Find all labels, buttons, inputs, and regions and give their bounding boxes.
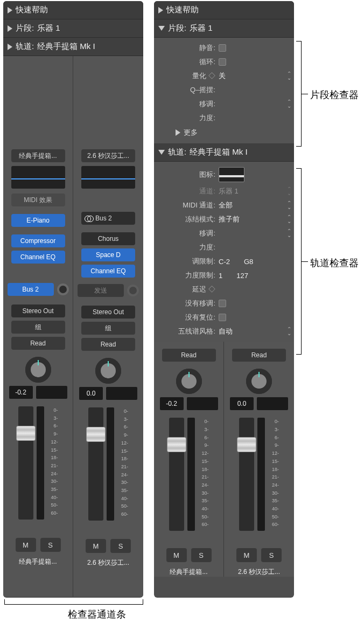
param-icon[interactable]: 图标: [154,165,294,184]
mute-button[interactable]: M [16,538,36,552]
no-reset-checkbox[interactable] [219,314,226,321]
piano-icon[interactable] [219,167,244,182]
region-header[interactable]: 片段: 乐器 1 [3,19,143,38]
stepper-icon[interactable] [287,229,291,238]
solo-button[interactable]: S [40,538,61,552]
bracket-icon [296,41,302,147]
param-qswing[interactable]: Q–摇摆: [154,83,294,97]
param-delay[interactable]: 延迟 ◇ [154,282,294,296]
automation-mode[interactable]: Read [11,337,65,350]
stepper-icon[interactable] [287,215,291,224]
track-name: 经典手提箱 Mk I [190,147,248,157]
db-scale: 0-3-6-9-12-15-18-21-24-30-35-40-50-60- [198,418,209,541]
loop-checkbox[interactable] [219,58,226,66]
instrument-slot[interactable]: E-Piano [11,214,65,227]
key-limit-high[interactable]: G8 [244,258,253,266]
region-prefix: 片段: [16,23,34,33]
input-slot[interactable]: Bus 2 [81,212,135,225]
send-knob[interactable] [57,283,69,295]
level-meter [187,418,195,531]
send-slot[interactable]: 发送 [78,284,124,297]
level-value[interactable]: -0.2 [9,386,33,399]
disclosure-right-icon [8,25,12,32]
stereo-icon [85,214,93,223]
group-slot[interactable]: 组 [81,322,135,335]
track-header[interactable]: 轨道: 经典手提箱 Mk I [3,38,143,56]
strip-title[interactable]: 经典手提箱... [11,149,65,162]
fader-area: 0-3-6-9-12-15-18-21-24-30-35-40-50-60- [239,418,279,541]
pan-knob[interactable] [25,357,51,383]
param-velocity[interactable]: 力度: [154,240,294,254]
disclosure-right-icon [8,44,12,50]
fx-slot[interactable]: Channel EQ [11,251,65,264]
fx-slot[interactable]: Space D [81,248,135,261]
pan-knob[interactable] [176,369,202,394]
volume-fader[interactable] [88,407,103,521]
fx-slot[interactable]: Chorus [81,232,135,245]
region-header[interactable]: 片段: 乐器 1 [154,19,294,38]
solo-button[interactable]: S [110,539,131,553]
automation-mode[interactable]: Read [81,338,135,351]
disclosure-down-icon [158,150,165,155]
peak-meter [257,397,288,410]
param-vel-limit[interactable]: 力度限制: 1 127 [154,268,294,282]
volume-fader[interactable] [18,406,33,520]
quick-help-header[interactable]: 快速帮助 [154,1,294,19]
mute-button[interactable]: M [86,539,106,553]
channel-strip: 经典手提箱... MIDI 效果 E-Piano Compressor Chan… [3,56,73,597]
automation-mode[interactable]: Read [232,349,286,362]
stepper-icon[interactable] [287,201,291,210]
no-transpose-checkbox[interactable] [219,300,226,307]
group-slot[interactable]: 组 [11,321,65,334]
param-transpose[interactable]: 移调: [154,226,294,240]
eq-thumbnail[interactable] [11,166,65,189]
volume-fader[interactable] [169,418,184,531]
track-prefix: 轨道: [168,147,186,157]
disclosure-right-icon [176,129,180,136]
level-value[interactable]: 0.0 [230,397,254,410]
solo-button[interactable]: S [191,548,212,562]
solo-button[interactable]: S [261,548,282,562]
param-channel[interactable]: 通道: 乐器 1 [154,184,294,198]
stepper-icon[interactable] [287,100,291,108]
automation-mode[interactable]: Read [162,349,216,362]
param-quantize[interactable]: 量化 ◇ 关 [154,69,294,83]
param-velocity[interactable]: 力度: [154,111,294,125]
quick-help-header[interactable]: 快速帮助 [3,1,143,19]
more-disclosure[interactable]: 更多 [154,125,294,140]
mute-checkbox[interactable] [219,44,226,52]
param-freeze[interactable]: 冻结模式: 推子前 [154,212,294,226]
stepper-icon[interactable] [287,72,291,80]
param-staff-style[interactable]: 五线谱风格: 自动 [154,324,294,338]
stepper-icon[interactable] [287,327,291,336]
send-slot[interactable]: Bus 2 [8,283,54,296]
mute-button[interactable]: M [166,548,187,562]
vel-limit-low[interactable]: 1 [219,272,222,280]
channel-strip: 2.6 秒汉莎工... Bus 2 Chorus Space D Channel… [73,56,143,597]
pan-knob[interactable] [246,369,272,394]
eq-thumbnail[interactable] [81,166,135,189]
strip-title[interactable]: 2.6 秒汉莎工... [81,149,135,162]
midi-fx-slot[interactable]: MIDI 效果 [11,193,65,206]
strip-name-label: 2.6 秒汉莎工... [81,558,135,567]
strip-name-label: 经典手提箱... [162,567,216,577]
bracket-icon [4,599,143,605]
output-slot[interactable]: Stereo Out [11,304,65,317]
db-scale: 0-3-6-9-12-15-18-21-24-30-35-40-50-60- [47,406,58,530]
pan-knob[interactable] [95,358,121,384]
fx-slot[interactable]: Compressor [11,234,65,247]
param-midi-channel[interactable]: MIDI 通道: 全部 [154,198,294,212]
vel-limit-high[interactable]: 127 [236,272,248,280]
level-value[interactable]: -0.2 [160,397,184,410]
volume-fader[interactable] [239,418,254,531]
mute-button[interactable]: M [236,548,257,562]
send-knob[interactable] [127,285,139,296]
param-transpose[interactable]: 移调: [154,97,294,111]
fx-slot[interactable]: Channel EQ [81,265,135,278]
stepper-icon [287,187,291,196]
key-limit-low[interactable]: C-2 [219,258,230,266]
track-header[interactable]: 轨道: 经典手提箱 Mk I [154,143,294,162]
output-slot[interactable]: Stereo Out [81,306,135,319]
level-value[interactable]: 0.0 [79,387,103,400]
param-key-limit[interactable]: 调限制: C-2 G8 [154,254,294,268]
